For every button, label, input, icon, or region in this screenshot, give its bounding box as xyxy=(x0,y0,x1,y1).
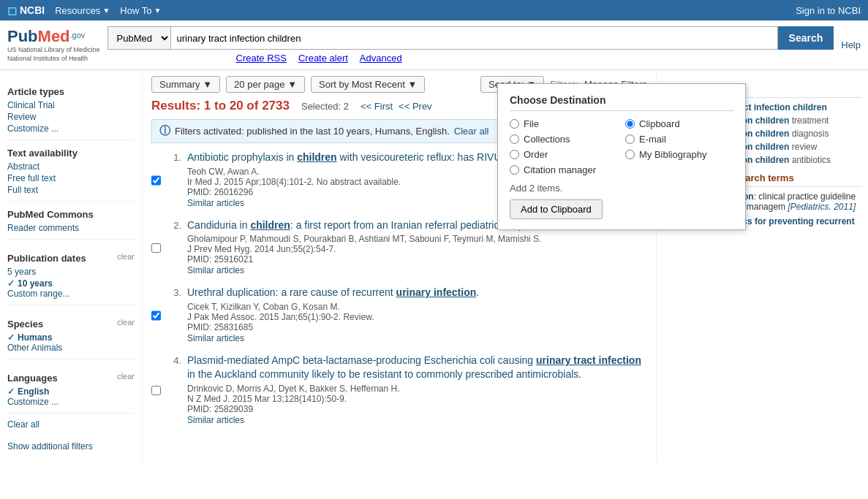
sidebar-abstract[interactable]: Abstract xyxy=(7,161,135,172)
dest-option-citation[interactable]: Citation manager xyxy=(510,164,596,175)
titles-link-1[interactable]: [Pediatrics. 2011] xyxy=(788,202,856,212)
sidebar-review[interactable]: Review xyxy=(7,112,135,122)
clear-all-filters-link[interactable]: Clear all xyxy=(454,126,489,137)
pub-dates-heading: Publication dates xyxy=(7,253,86,264)
result-similar-2[interactable]: Similar articles xyxy=(187,265,244,275)
search-input[interactable] xyxy=(170,26,778,50)
dest-option-clipboard[interactable]: Clipboard xyxy=(625,118,707,129)
sidebar-other-animals[interactable]: Other Animals xyxy=(7,343,135,353)
sidebar-free-full[interactable]: Free full text xyxy=(7,173,135,183)
result-similar-4[interactable]: Similar articles xyxy=(187,415,244,425)
sidebar-full-text[interactable]: Full text xyxy=(7,185,135,195)
dest-option-order[interactable]: Order xyxy=(510,149,596,160)
advanced-link[interactable]: Advanced xyxy=(360,53,402,64)
species-heading: Species xyxy=(7,319,43,330)
result-similar-3[interactable]: Similar articles xyxy=(187,333,244,343)
toolbar-left: Summary ▼ 20 per page ▼ Sort by Most Rec… xyxy=(151,76,425,93)
sidebar: Article types Clinical Trial Review Cust… xyxy=(0,70,143,462)
dest-option-mybib[interactable]: My Bibliography xyxy=(625,149,707,160)
dest-radio-email[interactable] xyxy=(625,134,635,144)
sidebar-english-checked[interactable]: English xyxy=(7,386,135,397)
resources-caret-icon: ▼ xyxy=(102,7,110,15)
sidebar-clear-all[interactable]: Clear all xyxy=(7,419,135,430)
sign-in-link[interactable]: Sign in to NCBI xyxy=(796,5,861,16)
result-title-4[interactable]: Plasmid-mediated AmpC beta-lactamase-pro… xyxy=(187,354,641,381)
result-pmid-3: PMID: 25831685 xyxy=(187,322,647,332)
result-body-4: Plasmid-mediated AmpC beta-lactamase-pro… xyxy=(187,354,647,425)
result-checkbox-2[interactable] xyxy=(151,221,161,276)
header-search-area: PubMed Search Create RSS Create alert Ad… xyxy=(107,26,834,64)
sidebar-humans-checked[interactable]: Humans xyxy=(7,332,135,343)
result-journal-2: J Prev Med Hyg. 2014 Jun;55(2):54-7. xyxy=(187,244,647,254)
dest-radio-order[interactable] xyxy=(510,150,519,159)
species-clear[interactable]: clear xyxy=(117,318,135,327)
prev-page-link[interactable]: << Prev xyxy=(399,101,432,112)
sidebar-5years[interactable]: 5 years xyxy=(7,267,135,277)
result-authors-3: Cicek T, Kizilkan Y, Coban G, Kosan M. xyxy=(187,302,647,312)
dest-col-left: File Collections Order Citation manager xyxy=(510,118,596,175)
pub-dates-clear[interactable]: clear xyxy=(117,252,135,261)
destination-options: File Collections Order Citation manager … xyxy=(510,118,733,175)
pubmed-commons-heading: PubMed Commons xyxy=(7,209,135,220)
dest-option-email[interactable]: E-mail xyxy=(625,134,707,145)
add-to-clipboard-button[interactable]: Add to Clipboard xyxy=(510,199,603,219)
dest-radio-citation[interactable] xyxy=(510,165,519,175)
top-bar-left: ◻ NCBI Resources ▼ How To ▼ xyxy=(7,4,161,18)
search-button[interactable]: Search xyxy=(778,26,834,50)
create-alert-link[interactable]: Create alert xyxy=(298,53,348,64)
sidebar-custom-range[interactable]: Custom range... xyxy=(7,289,135,299)
choose-destination-title: Choose Destination xyxy=(510,94,733,111)
sidebar-reader-comments[interactable]: Reader comments xyxy=(7,223,135,233)
howto-nav[interactable]: How To ▼ xyxy=(120,5,161,16)
result-pmid-2: PMID: 25916021 xyxy=(187,254,647,264)
result-title-1[interactable]: Antibiotic prophylaxis in children with … xyxy=(187,151,510,163)
sidebar-10years-checked[interactable]: 10 years xyxy=(7,278,135,289)
dest-option-collections[interactable]: Collections xyxy=(510,134,596,145)
result-checkbox-4[interactable] xyxy=(151,356,161,425)
dest-radio-clipboard[interactable] xyxy=(625,119,635,129)
sidebar-show-filters[interactable]: Show additional filters xyxy=(7,441,135,452)
dest-radio-collections[interactable] xyxy=(510,134,519,144)
first-page-link[interactable]: << First xyxy=(361,101,393,112)
result-title-2[interactable]: Candiduria in children: a first report f… xyxy=(187,219,540,231)
help-link[interactable]: Help xyxy=(841,39,861,50)
result-journal-3: J Pak Med Assoc. 2015 Jan;65(1):90-2. Re… xyxy=(187,312,647,322)
result-num-4: 4. xyxy=(167,355,181,425)
dest-col-right: Clipboard E-mail My Bibliography xyxy=(625,118,707,175)
table-row: 4. Plasmid-mediated AmpC beta-lactamase-… xyxy=(151,354,647,425)
summary-button[interactable]: Summary ▼ xyxy=(151,76,220,93)
result-similar-1[interactable]: Similar articles xyxy=(187,198,244,208)
ncbi-label: NCBI xyxy=(20,4,45,16)
choose-destination-dialog: Choose Destination File Collections Orde… xyxy=(497,83,746,230)
pubmed-header: PubMed.gov US National Library of Medici… xyxy=(0,20,868,70)
result-body-3: Urethral duplication: a rare cause of re… xyxy=(187,286,647,343)
result-num-1: 1. xyxy=(167,152,181,208)
dest-radio-file[interactable] xyxy=(510,119,519,129)
pubmed-logo: PubMed.gov xyxy=(7,27,85,46)
table-row: 3. Urethral duplication: a rare cause of… xyxy=(151,286,647,343)
dest-radio-mybib[interactable] xyxy=(625,150,635,159)
pubmed-logo-wrap: PubMed.gov US National Library of Medici… xyxy=(7,27,100,63)
result-checkbox-3[interactable] xyxy=(151,288,161,343)
top-bar: ◻ NCBI Resources ▼ How To ▼ Sign in to N… xyxy=(0,0,868,20)
per-page-button[interactable]: 20 per page ▼ xyxy=(226,76,305,93)
text-avail-heading: Text availability xyxy=(7,148,135,159)
pagination: << First << Prev xyxy=(361,101,432,112)
sidebar-customize-article[interactable]: Customize ... xyxy=(7,123,135,134)
resources-nav[interactable]: Resources ▼ xyxy=(55,5,110,16)
result-title-3[interactable]: Urethral duplication: a rare cause of re… xyxy=(187,286,479,298)
languages-heading: Languages xyxy=(7,373,58,384)
dest-option-file[interactable]: File xyxy=(510,118,596,129)
ncbi-logo: ◻ NCBI xyxy=(7,4,45,18)
result-num-2: 2. xyxy=(167,220,181,276)
result-checkbox-1[interactable] xyxy=(151,153,161,208)
sidebar-clinical-trial[interactable]: Clinical Trial xyxy=(7,100,135,110)
sidebar-customize-lang[interactable]: Customize ... xyxy=(7,397,135,407)
add-items-message: Add 2 items. xyxy=(510,183,733,194)
languages-clear[interactable]: clear xyxy=(117,372,135,381)
result-authors-4: Drinkovic D, Morris AJ, Dyet K, Bakker S… xyxy=(187,384,647,394)
sort-button[interactable]: Sort by Most Recent ▼ xyxy=(311,76,425,93)
search-database-select[interactable]: PubMed xyxy=(107,26,170,50)
selected-count: Selected: 2 xyxy=(301,101,349,112)
create-rss-link[interactable]: Create RSS xyxy=(236,53,287,64)
